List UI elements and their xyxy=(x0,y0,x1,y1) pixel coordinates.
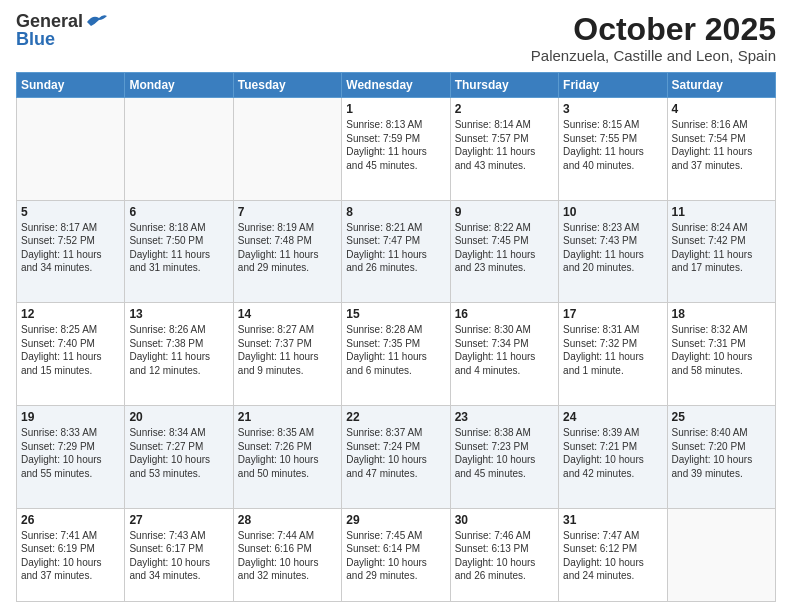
day-info: Sunrise: 8:33 AM Sunset: 7:29 PM Dayligh… xyxy=(21,426,120,480)
table-row: 9Sunrise: 8:22 AM Sunset: 7:45 PM Daylig… xyxy=(450,200,558,303)
col-friday: Friday xyxy=(559,73,667,98)
day-info: Sunrise: 8:32 AM Sunset: 7:31 PM Dayligh… xyxy=(672,323,771,377)
header: General Blue October 2025 Palenzuela, Ca… xyxy=(16,12,776,64)
calendar-week-row: 12Sunrise: 8:25 AM Sunset: 7:40 PM Dayli… xyxy=(17,303,776,406)
day-info: Sunrise: 8:18 AM Sunset: 7:50 PM Dayligh… xyxy=(129,221,228,275)
day-info: Sunrise: 8:19 AM Sunset: 7:48 PM Dayligh… xyxy=(238,221,337,275)
day-info: Sunrise: 8:26 AM Sunset: 7:38 PM Dayligh… xyxy=(129,323,228,377)
table-row: 26Sunrise: 7:41 AM Sunset: 6:19 PM Dayli… xyxy=(17,508,125,601)
day-info: Sunrise: 8:37 AM Sunset: 7:24 PM Dayligh… xyxy=(346,426,445,480)
day-number: 3 xyxy=(563,102,662,116)
day-info: Sunrise: 8:34 AM Sunset: 7:27 PM Dayligh… xyxy=(129,426,228,480)
day-number: 16 xyxy=(455,307,554,321)
day-info: Sunrise: 8:28 AM Sunset: 7:35 PM Dayligh… xyxy=(346,323,445,377)
day-info: Sunrise: 8:17 AM Sunset: 7:52 PM Dayligh… xyxy=(21,221,120,275)
day-info: Sunrise: 8:15 AM Sunset: 7:55 PM Dayligh… xyxy=(563,118,662,172)
table-row: 14Sunrise: 8:27 AM Sunset: 7:37 PM Dayli… xyxy=(233,303,341,406)
table-row: 1Sunrise: 8:13 AM Sunset: 7:59 PM Daylig… xyxy=(342,98,450,201)
table-row xyxy=(125,98,233,201)
day-info: Sunrise: 8:24 AM Sunset: 7:42 PM Dayligh… xyxy=(672,221,771,275)
day-info: Sunrise: 8:22 AM Sunset: 7:45 PM Dayligh… xyxy=(455,221,554,275)
table-row: 5Sunrise: 8:17 AM Sunset: 7:52 PM Daylig… xyxy=(17,200,125,303)
table-row: 30Sunrise: 7:46 AM Sunset: 6:13 PM Dayli… xyxy=(450,508,558,601)
day-number: 20 xyxy=(129,410,228,424)
day-info: Sunrise: 7:47 AM Sunset: 6:12 PM Dayligh… xyxy=(563,529,662,583)
calendar-week-row: 5Sunrise: 8:17 AM Sunset: 7:52 PM Daylig… xyxy=(17,200,776,303)
table-row: 28Sunrise: 7:44 AM Sunset: 6:16 PM Dayli… xyxy=(233,508,341,601)
day-number: 9 xyxy=(455,205,554,219)
day-info: Sunrise: 8:40 AM Sunset: 7:20 PM Dayligh… xyxy=(672,426,771,480)
day-number: 14 xyxy=(238,307,337,321)
day-number: 27 xyxy=(129,513,228,527)
table-row: 8Sunrise: 8:21 AM Sunset: 7:47 PM Daylig… xyxy=(342,200,450,303)
day-number: 25 xyxy=(672,410,771,424)
day-number: 4 xyxy=(672,102,771,116)
day-info: Sunrise: 8:35 AM Sunset: 7:26 PM Dayligh… xyxy=(238,426,337,480)
day-number: 1 xyxy=(346,102,445,116)
logo: General Blue xyxy=(16,12,107,50)
day-number: 8 xyxy=(346,205,445,219)
logo-bird-icon xyxy=(85,12,107,30)
table-row: 31Sunrise: 7:47 AM Sunset: 6:12 PM Dayli… xyxy=(559,508,667,601)
table-row: 12Sunrise: 8:25 AM Sunset: 7:40 PM Dayli… xyxy=(17,303,125,406)
calendar-table: Sunday Monday Tuesday Wednesday Thursday… xyxy=(16,72,776,602)
day-info: Sunrise: 8:21 AM Sunset: 7:47 PM Dayligh… xyxy=(346,221,445,275)
table-row: 17Sunrise: 8:31 AM Sunset: 7:32 PM Dayli… xyxy=(559,303,667,406)
day-info: Sunrise: 7:46 AM Sunset: 6:13 PM Dayligh… xyxy=(455,529,554,583)
day-number: 21 xyxy=(238,410,337,424)
day-number: 23 xyxy=(455,410,554,424)
table-row: 7Sunrise: 8:19 AM Sunset: 7:48 PM Daylig… xyxy=(233,200,341,303)
title-block: October 2025 Palenzuela, Castille and Le… xyxy=(531,12,776,64)
col-tuesday: Tuesday xyxy=(233,73,341,98)
col-monday: Monday xyxy=(125,73,233,98)
table-row: 20Sunrise: 8:34 AM Sunset: 7:27 PM Dayli… xyxy=(125,406,233,509)
table-row: 13Sunrise: 8:26 AM Sunset: 7:38 PM Dayli… xyxy=(125,303,233,406)
table-row: 2Sunrise: 8:14 AM Sunset: 7:57 PM Daylig… xyxy=(450,98,558,201)
day-info: Sunrise: 8:13 AM Sunset: 7:59 PM Dayligh… xyxy=(346,118,445,172)
col-sunday: Sunday xyxy=(17,73,125,98)
calendar-week-row: 26Sunrise: 7:41 AM Sunset: 6:19 PM Dayli… xyxy=(17,508,776,601)
table-row: 22Sunrise: 8:37 AM Sunset: 7:24 PM Dayli… xyxy=(342,406,450,509)
day-info: Sunrise: 8:30 AM Sunset: 7:34 PM Dayligh… xyxy=(455,323,554,377)
day-number: 11 xyxy=(672,205,771,219)
day-info: Sunrise: 8:25 AM Sunset: 7:40 PM Dayligh… xyxy=(21,323,120,377)
day-number: 19 xyxy=(21,410,120,424)
table-row: 11Sunrise: 8:24 AM Sunset: 7:42 PM Dayli… xyxy=(667,200,775,303)
location: Palenzuela, Castille and Leon, Spain xyxy=(531,47,776,64)
table-row: 18Sunrise: 8:32 AM Sunset: 7:31 PM Dayli… xyxy=(667,303,775,406)
day-number: 28 xyxy=(238,513,337,527)
day-number: 31 xyxy=(563,513,662,527)
day-info: Sunrise: 8:31 AM Sunset: 7:32 PM Dayligh… xyxy=(563,323,662,377)
col-wednesday: Wednesday xyxy=(342,73,450,98)
table-row: 10Sunrise: 8:23 AM Sunset: 7:43 PM Dayli… xyxy=(559,200,667,303)
table-row: 15Sunrise: 8:28 AM Sunset: 7:35 PM Dayli… xyxy=(342,303,450,406)
table-row: 24Sunrise: 8:39 AM Sunset: 7:21 PM Dayli… xyxy=(559,406,667,509)
day-number: 22 xyxy=(346,410,445,424)
day-info: Sunrise: 8:27 AM Sunset: 7:37 PM Dayligh… xyxy=(238,323,337,377)
day-number: 7 xyxy=(238,205,337,219)
col-thursday: Thursday xyxy=(450,73,558,98)
day-info: Sunrise: 8:16 AM Sunset: 7:54 PM Dayligh… xyxy=(672,118,771,172)
day-info: Sunrise: 7:41 AM Sunset: 6:19 PM Dayligh… xyxy=(21,529,120,583)
day-number: 17 xyxy=(563,307,662,321)
col-saturday: Saturday xyxy=(667,73,775,98)
day-number: 24 xyxy=(563,410,662,424)
header-row: Sunday Monday Tuesday Wednesday Thursday… xyxy=(17,73,776,98)
day-number: 6 xyxy=(129,205,228,219)
month-title: October 2025 xyxy=(531,12,776,47)
table-row: 16Sunrise: 8:30 AM Sunset: 7:34 PM Dayli… xyxy=(450,303,558,406)
day-info: Sunrise: 8:38 AM Sunset: 7:23 PM Dayligh… xyxy=(455,426,554,480)
table-row: 19Sunrise: 8:33 AM Sunset: 7:29 PM Dayli… xyxy=(17,406,125,509)
day-number: 2 xyxy=(455,102,554,116)
day-number: 18 xyxy=(672,307,771,321)
table-row: 6Sunrise: 8:18 AM Sunset: 7:50 PM Daylig… xyxy=(125,200,233,303)
page: General Blue October 2025 Palenzuela, Ca… xyxy=(0,0,792,612)
day-number: 30 xyxy=(455,513,554,527)
table-row: 27Sunrise: 7:43 AM Sunset: 6:17 PM Dayli… xyxy=(125,508,233,601)
table-row: 21Sunrise: 8:35 AM Sunset: 7:26 PM Dayli… xyxy=(233,406,341,509)
day-info: Sunrise: 7:45 AM Sunset: 6:14 PM Dayligh… xyxy=(346,529,445,583)
calendar-week-row: 19Sunrise: 8:33 AM Sunset: 7:29 PM Dayli… xyxy=(17,406,776,509)
day-number: 29 xyxy=(346,513,445,527)
calendar-week-row: 1Sunrise: 8:13 AM Sunset: 7:59 PM Daylig… xyxy=(17,98,776,201)
day-number: 13 xyxy=(129,307,228,321)
